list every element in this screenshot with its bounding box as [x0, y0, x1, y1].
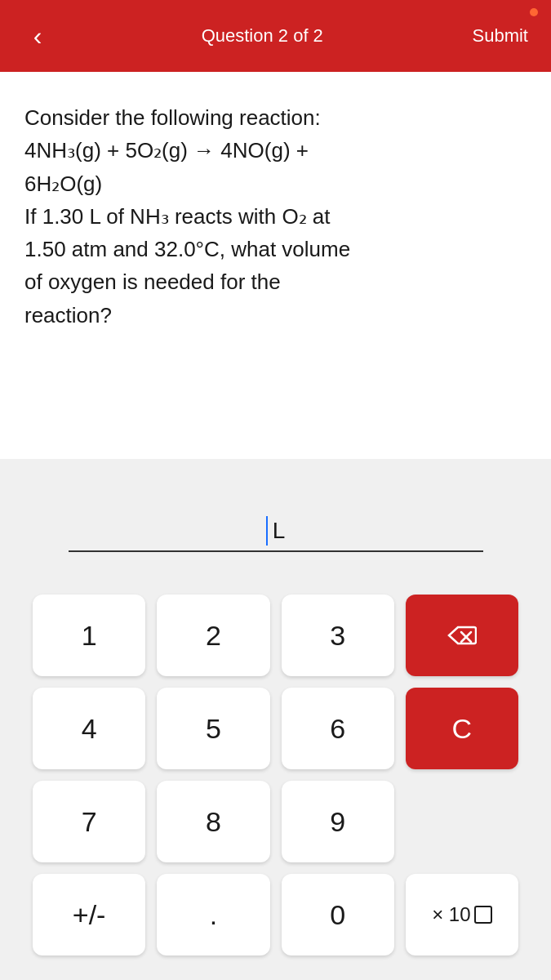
- answer-input-section: L: [16, 483, 535, 595]
- key-6[interactable]: 6: [282, 688, 394, 769]
- key-4[interactable]: 4: [33, 688, 145, 769]
- question-line-1: Consider the following reaction:: [24, 101, 527, 134]
- key-0[interactable]: 0: [282, 874, 394, 956]
- question-area: Consider the following reaction: 4NH₃(g)…: [0, 72, 551, 459]
- key-plusminus[interactable]: +/-: [33, 874, 145, 956]
- notification-dot: [530, 8, 538, 16]
- back-button[interactable]: ‹: [20, 18, 56, 54]
- header: ‹ Question 2 of 2 Submit: [0, 0, 551, 72]
- question-line-2: 4NH₃(g) + 5O₂(g) → 4NO(g) +: [24, 134, 527, 167]
- question-line-6: of oxygen is needed for the: [24, 265, 527, 298]
- text-cursor: [266, 516, 268, 546]
- key-2[interactable]: 2: [157, 595, 269, 676]
- key-decimal[interactable]: .: [157, 874, 269, 956]
- key-5[interactable]: 5: [157, 688, 269, 769]
- keypad-row-1: 1 2 3: [33, 595, 518, 676]
- submit-button[interactable]: Submit: [469, 19, 531, 53]
- question-line-5: 1.50 atm and 32.0°C, what volume: [24, 233, 527, 265]
- question-text: Consider the following reaction: 4NH₃(g)…: [24, 101, 527, 332]
- keypad-row-4: +/- . 0 × 10: [33, 874, 518, 956]
- answer-display: L: [69, 516, 483, 552]
- delete-button[interactable]: [406, 595, 518, 676]
- keypad-section: L 1 2 3 4 5 6: [0, 459, 551, 980]
- keypad-row-3: 7 8 9: [33, 781, 518, 862]
- main-content: Consider the following reaction: 4NH₃(g)…: [0, 72, 551, 980]
- key-8[interactable]: 8: [157, 781, 269, 862]
- key-9[interactable]: 9: [282, 781, 394, 862]
- clear-button[interactable]: C: [406, 688, 518, 769]
- keypad-row-2: 4 5 6 C: [33, 688, 518, 769]
- question-line-7: reaction?: [24, 299, 527, 332]
- keypad: 1 2 3 4 5 6 C 7: [16, 595, 535, 956]
- answer-unit: L: [273, 518, 286, 544]
- x10-label: × 10: [432, 903, 470, 926]
- key-x10[interactable]: × 10: [406, 874, 518, 956]
- key-7[interactable]: 7: [33, 781, 145, 862]
- key-3[interactable]: 3: [282, 595, 394, 676]
- key-1[interactable]: 1: [33, 595, 145, 676]
- question-line-4: If 1.30 L of NH₃ reacts with O₂ at: [24, 200, 527, 233]
- x10-exponent-box: [474, 906, 492, 924]
- question-line-3: 6H₂O(g): [24, 167, 527, 200]
- question-progress: Question 2 of 2: [56, 25, 469, 47]
